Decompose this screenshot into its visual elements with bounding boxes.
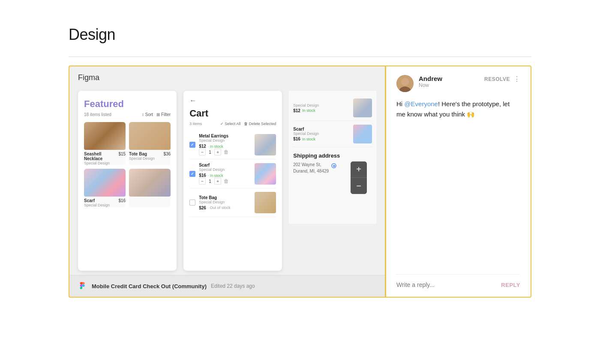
qty-increase-earrings[interactable]: + [214, 149, 221, 155]
cart-item-img-earrings [255, 134, 276, 155]
cart-meta-actions: ✓ Select All 🗑 Delete Selected [220, 122, 276, 126]
figma-bottom-bar: Mobile Credit Card Check Out (Community)… [69, 275, 385, 297]
comment-actions: RESOLVE ⋮ [484, 75, 520, 83]
cart-meta: 3 items ✓ Select All 🗑 Delete Selected [189, 122, 276, 126]
figma-header: Figma [69, 66, 385, 87]
product-image-earrings [129, 169, 171, 197]
product-image-scarf [84, 169, 126, 197]
shipping-title: Shipping address [293, 152, 372, 159]
shipping-address: 202 Wayne St, Durand, MI, 48429 [293, 161, 329, 174]
product-row-tote: Tote Bag Special Design $36 [129, 152, 171, 161]
product-row-scarf: Scarf Special Design $16 [84, 198, 126, 207]
qty-decrease-scarf[interactable]: − [199, 178, 206, 185]
select-all-button[interactable]: ✓ Select All [220, 122, 241, 126]
cart-item-earrings: ✓ Metal Earrings Special Design $12 · In… [189, 130, 276, 159]
cart-back-button[interactable]: ← [189, 97, 276, 104]
cart-phone-mockup: ← Cart 3 items ✓ Select All 🗑 Delete Sel… [183, 91, 282, 271]
reply-input[interactable] [396, 281, 501, 288]
filter-button[interactable]: ⊞ Filter [156, 112, 171, 117]
product-image-necklace [84, 122, 126, 150]
cart-checkbox-earrings[interactable]: ✓ [189, 142, 195, 148]
product-image-tote [129, 122, 171, 150]
figma-edited: Edited 22 days ago [211, 283, 255, 289]
cart-item-tote: Tote Bag Special Design $26 · Out of sto… [189, 188, 276, 217]
comment-header: Andrew Now RESOLVE ⋮ [396, 75, 520, 92]
delete-selected-button[interactable]: 🗑 Delete Selected [244, 122, 276, 126]
delete-scarf[interactable]: 🗑 [224, 178, 229, 184]
svg-point-1 [401, 78, 409, 86]
partial-item-img-scarf [353, 125, 372, 143]
cart-item-info-earrings: Metal Earrings Special Design $12 · In s… [199, 134, 251, 155]
product-item-necklace[interactable]: Seashell Necklace Special Design $15 [84, 122, 126, 165]
page-title: Design [69, 26, 531, 44]
featured-title: Featured [84, 98, 171, 110]
partial-item-scarf: Scarf Special Design $16 In stock [293, 121, 372, 147]
partial-item-earrings: Special Design $12 In stock [293, 95, 372, 121]
product-name-necklace: Seashell Necklace Special Design [84, 152, 118, 165]
product-name-scarf: Scarf Special Design [84, 198, 110, 207]
qty-controls-earrings: − 1 + 🗑 [199, 149, 251, 155]
reply-area: REPLY [396, 274, 520, 288]
items-meta: 18 items listed ↕ Sort ⊞ Filter [84, 112, 171, 117]
zoom-in-button[interactable]: + [351, 161, 367, 178]
qty-increase-scarf[interactable]: + [214, 178, 221, 185]
reply-button[interactable]: REPLY [501, 282, 520, 288]
divider [69, 57, 531, 57]
zoom-out-button[interactable]: − [351, 178, 367, 194]
cart-item-img-scarf [255, 163, 276, 185]
more-options-button[interactable]: ⋮ [513, 75, 520, 83]
cart-checkbox-tote[interactable] [189, 200, 195, 206]
cart-item-img-tote [255, 192, 276, 213]
product-name-tote: Tote Bag Special Design [129, 152, 155, 161]
avatar-image [396, 75, 414, 92]
delete-earrings[interactable]: 🗑 [224, 149, 229, 155]
comment-user-info: Andrew Now [419, 75, 484, 88]
cart-item-info-scarf: Scarf Special Design $16 · In stock − 1 … [199, 163, 251, 185]
cart-items-count: 3 items [189, 122, 202, 126]
product-item-scarf[interactable]: Scarf Special Design $16 [84, 169, 126, 207]
product-row-necklace: Seashell Necklace Special Design $15 [84, 152, 126, 165]
cart-item-scarf: ✓ Scarf Special Design $16 · In stock − [189, 159, 276, 188]
qty-controls-scarf: − 1 + 🗑 [199, 178, 251, 185]
figma-main-content: Featured 18 items listed ↕ Sort ⊞ Filter [69, 87, 385, 275]
comment-body: Hi @Everyone! Here's the prototype, let … [396, 99, 520, 119]
product-item-tote[interactable]: Tote Bag Special Design $36 [129, 122, 171, 165]
comment-time: Now [419, 82, 484, 88]
zoom-controls: + − [351, 161, 367, 194]
qty-decrease-earrings[interactable]: − [199, 149, 206, 155]
figma-panel: Figma Featured 18 items listed ↕ Sort ⊞ … [69, 66, 385, 297]
radio-indicator[interactable] [331, 163, 336, 168]
product-item-earrings[interactable] [129, 169, 171, 207]
product-grid: Seashell Necklace Special Design $15 Tot… [84, 122, 171, 207]
avatar [396, 75, 414, 92]
figma-right-partial: Special Design $12 In stock Scarf Specia… [289, 91, 376, 224]
mention: @Everyone [404, 100, 438, 107]
main-card: Figma Featured 18 items listed ↕ Sort ⊞ … [69, 66, 531, 298]
comment-username: Andrew [419, 75, 484, 82]
resolve-button[interactable]: RESOLVE [484, 76, 510, 82]
partial-item-img-earrings [353, 98, 372, 117]
figma-logo-icon [78, 281, 87, 291]
cart-checkbox-scarf[interactable]: ✓ [189, 171, 195, 177]
featured-phone-mockup: Featured 18 items listed ↕ Sort ⊞ Filter [78, 91, 177, 271]
cart-item-info-tote: Tote Bag Special Design $26 · Out of sto… [199, 195, 251, 210]
items-count: 18 items listed [84, 112, 111, 117]
figma-file-name: Mobile Credit Card Check Out (Community) [92, 283, 207, 289]
cart-title: Cart [189, 108, 276, 119]
sort-filter[interactable]: ↕ Sort ⊞ Filter [142, 112, 171, 117]
comment-panel: Andrew Now RESOLVE ⋮ Hi @Everyone! Here'… [385, 66, 531, 297]
sort-button[interactable]: ↕ Sort [142, 112, 153, 117]
